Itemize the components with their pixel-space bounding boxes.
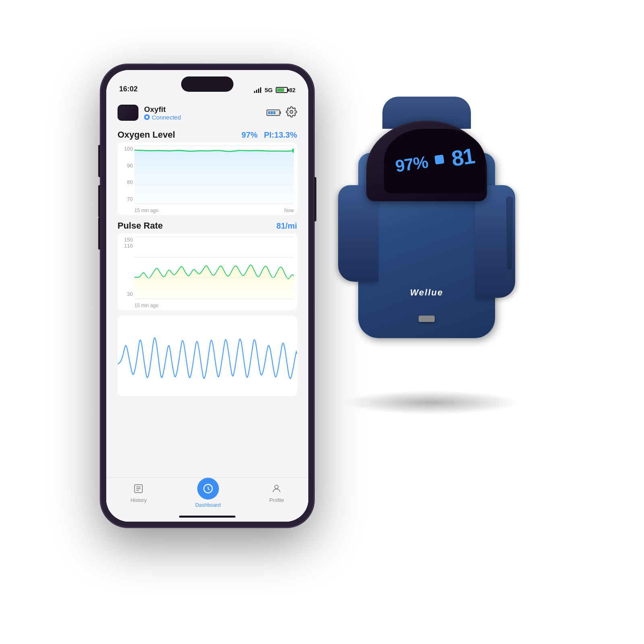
bottom-nav: History Dashboard bbox=[106, 477, 308, 522]
home-indicator bbox=[179, 516, 235, 518]
phone-frame: 16:02 5G 82 bbox=[101, 64, 314, 527]
oxygen-y-100: 100 bbox=[119, 146, 133, 152]
oximeter-shadow bbox=[342, 390, 519, 415]
oximeter-pr-display: 81 bbox=[450, 145, 475, 169]
pulse-gridlines bbox=[134, 237, 294, 299]
battery-status: 82 bbox=[276, 87, 295, 93]
pulse-value: 81 bbox=[277, 221, 285, 230]
signal-icon bbox=[254, 87, 261, 93]
status-time: 16:02 bbox=[119, 85, 138, 93]
pulse-x-labels: 15 min ago bbox=[134, 303, 294, 308]
oxygen-gridlines bbox=[134, 146, 294, 204]
nav-dashboard[interactable]: Dashboard bbox=[195, 483, 221, 508]
oximeter-screen: 97% 81 bbox=[384, 129, 485, 193]
history-label: History bbox=[130, 497, 147, 503]
device-info: Oxyfit Connected bbox=[118, 105, 181, 121]
dashboard-active-bg bbox=[197, 478, 219, 500]
oximeter-pulse-indicator bbox=[435, 155, 445, 165]
battery-fill bbox=[277, 88, 284, 92]
header-actions bbox=[266, 106, 297, 119]
svg-point-9 bbox=[275, 485, 279, 489]
pulse-y-150: 150 bbox=[119, 237, 133, 243]
pulse-chart-area bbox=[134, 237, 294, 299]
oximeter-top: 97% 81 bbox=[366, 121, 487, 201]
oxygen-x-start: 15 min ago bbox=[134, 208, 158, 213]
device-battery-segments bbox=[268, 111, 279, 114]
waveform-section bbox=[118, 316, 297, 396]
pulse-y-labels: 150 110 30 bbox=[118, 233, 134, 299]
oximeter-display: 97% 81 bbox=[384, 139, 485, 183]
pulse-y-30: 30 bbox=[119, 291, 133, 297]
device-battery-icon bbox=[266, 109, 280, 116]
waveform-svg bbox=[118, 316, 297, 396]
pulse-header: Pulse Rate 81/mi bbox=[118, 221, 297, 231]
oxygen-x-labels: 15 min ago Now bbox=[134, 208, 294, 213]
pulse-value-display: 81/mi bbox=[277, 221, 297, 231]
app-content: Oxyfit Connected bbox=[106, 97, 308, 522]
oxygen-y-labels: 100 90 80 70 bbox=[118, 142, 134, 204]
battery-icon bbox=[276, 87, 288, 93]
pulse-grid-2 bbox=[134, 257, 294, 258]
grid-line-3 bbox=[134, 184, 294, 184]
oximeter-indicator bbox=[435, 155, 445, 166]
oxygen-value-display: 97% PI:13.3% bbox=[242, 130, 297, 140]
profile-label: Profile bbox=[269, 497, 284, 503]
oxygen-unit: % bbox=[250, 130, 258, 139]
oximeter-usb-port bbox=[419, 316, 435, 322]
pulse-grid-1 bbox=[134, 237, 294, 237]
pulse-grid-3 bbox=[134, 278, 294, 278]
oxygen-title: Oxygen Level bbox=[118, 130, 175, 140]
pulse-grid-4 bbox=[134, 299, 294, 299]
oxygen-header: Oxygen Level 97% PI:13.3% bbox=[118, 130, 297, 140]
nav-profile[interactable]: Profile bbox=[269, 483, 284, 503]
battery-level: 82 bbox=[289, 87, 295, 93]
connection-label: Connected bbox=[152, 114, 181, 121]
svg-line-8 bbox=[208, 489, 210, 490]
device-status: Connected bbox=[144, 114, 181, 121]
pulse-unit: /mi bbox=[285, 221, 297, 230]
settings-icon[interactable] bbox=[286, 106, 297, 119]
network-label: 5G bbox=[264, 87, 272, 93]
oximeter-device: Wellue 97% 81 bbox=[310, 121, 559, 402]
grid-line-1 bbox=[134, 146, 294, 146]
oxygen-chart-area bbox=[134, 146, 294, 204]
svg-point-0 bbox=[290, 111, 293, 114]
pulse-chart: 150 110 30 bbox=[118, 233, 297, 310]
pulse-title: Pulse Rate bbox=[118, 221, 163, 231]
device-name: Oxyfit bbox=[144, 105, 181, 114]
grid-line-4 bbox=[134, 204, 294, 204]
oximeter-pr-value: 81 bbox=[450, 144, 476, 171]
oxygen-value: 97 bbox=[242, 130, 250, 139]
dynamic-island bbox=[181, 76, 233, 92]
oxygen-y-70: 70 bbox=[119, 196, 133, 202]
history-icon bbox=[132, 483, 144, 495]
oxygen-chart: 100 90 80 70 bbox=[118, 142, 297, 215]
oximeter-brand: Wellue bbox=[410, 287, 444, 298]
nav-history[interactable]: History bbox=[130, 483, 147, 503]
oximeter-spo2-value: 97% bbox=[394, 153, 429, 176]
connection-dot bbox=[144, 114, 150, 120]
oximeter-body: Wellue 97% 81 bbox=[358, 121, 495, 330]
oxygen-x-end: Now bbox=[284, 208, 294, 213]
device-name-area: Oxyfit Connected bbox=[144, 105, 181, 121]
device-thumbnail bbox=[118, 105, 138, 121]
grid-line-2 bbox=[134, 165, 294, 165]
oxygen-pi: PI:13.3% bbox=[264, 130, 297, 139]
oxygen-y-80: 80 bbox=[119, 179, 133, 185]
oxygen-y-90: 90 bbox=[119, 163, 133, 169]
oximeter-spo2-display: 97% bbox=[394, 154, 429, 175]
oximeter-right-wing bbox=[475, 185, 515, 298]
status-icons: 5G 82 bbox=[254, 87, 295, 93]
pulse-x-start: 15 min ago bbox=[134, 303, 158, 308]
pulse-y-110: 110 bbox=[119, 243, 133, 249]
app-header: Oxyfit Connected bbox=[106, 97, 308, 126]
dashboard-label: Dashboard bbox=[195, 502, 221, 508]
profile-icon bbox=[270, 483, 283, 495]
oxygen-section: Oxygen Level 97% PI:13.3% 100 90 bbox=[106, 126, 308, 396]
phone-screen: 16:02 5G 82 bbox=[106, 70, 308, 522]
